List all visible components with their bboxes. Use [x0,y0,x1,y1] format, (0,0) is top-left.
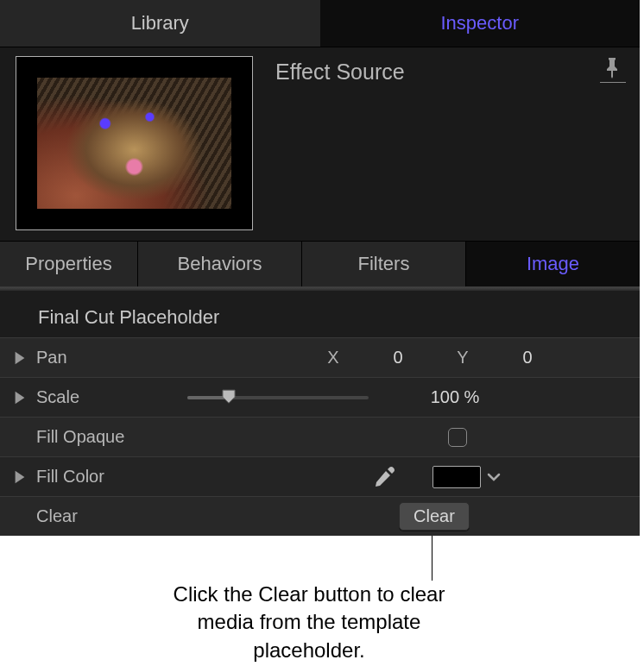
annotation-callout: Click the Clear button to clear media fr… [0,536,644,665]
tab-filters[interactable]: Filters [302,242,466,286]
inspector-panel: Library Inspector Effect Source Properti… [0,0,640,536]
tab-behaviors-label: Behaviors [178,253,262,275]
preview-thumbnail[interactable] [16,56,253,230]
preview-thumbnail-wrap [0,47,260,241]
tab-library-label: Library [131,12,189,35]
tab-filters-label: Filters [358,253,410,275]
pan-label: Pan [36,348,179,368]
pan-x-value[interactable]: 0 [355,348,441,368]
top-tab-bar: Library Inspector [0,0,640,47]
pan-y-label: Y [441,348,484,368]
fill-color-label: Fill Color [36,467,179,487]
scale-value[interactable]: 100 % [395,387,515,407]
inspector-header: Effect Source [0,47,640,241]
fill-opaque-checkbox[interactable] [448,428,467,447]
disclosure-triangle-icon[interactable] [12,390,28,405]
inspector-tab-bar: Properties Behaviors Filters Image [0,241,640,287]
tab-properties-label: Properties [25,253,111,275]
pan-x-label: X [312,348,355,368]
annotation-text: Click the Clear button to clear media fr… [147,581,471,664]
parameters-list: Final Cut Placeholder Pan X 0 Y 0 Scale … [0,291,640,536]
tab-behaviors[interactable]: Behaviors [138,242,302,286]
section-title: Final Cut Placeholder [0,291,640,337]
fill-color-well[interactable] [432,466,481,488]
fill-opaque-label: Fill Opaque [36,427,179,447]
eyedropper-icon[interactable] [372,464,398,490]
tab-inspector-label: Inspector [441,12,520,35]
annotation-leader-line [432,536,432,581]
pin-underline [600,82,626,83]
param-row-fill-opaque: Fill Opaque [0,417,640,456]
disclosure-triangle-icon[interactable] [12,350,28,366]
tab-image[interactable]: Image [466,242,640,286]
param-row-scale: Scale 100 % [0,377,640,417]
disclosure-triangle-icon[interactable] [12,469,28,485]
chevron-down-icon[interactable] [486,469,502,485]
clear-button[interactable]: Clear [399,502,470,531]
param-row-clear: Clear Clear [0,496,640,536]
clear-label: Clear [36,506,179,526]
tab-inspector[interactable]: Inspector [320,0,641,47]
scale-label: Scale [36,387,179,407]
pan-y-value[interactable]: 0 [484,348,571,368]
tab-library[interactable]: Library [0,0,320,47]
param-row-pan: Pan X 0 Y 0 [0,337,640,377]
preview-image [37,78,231,209]
param-row-fill-color: Fill Color [0,456,640,496]
tab-properties[interactable]: Properties [0,242,138,286]
pin-icon[interactable] [603,56,621,80]
tab-image-label: Image [527,253,579,275]
scale-slider[interactable] [187,396,369,399]
effect-source-title: Effect Source [260,47,405,241]
slider-thumb-icon[interactable] [221,388,237,404]
